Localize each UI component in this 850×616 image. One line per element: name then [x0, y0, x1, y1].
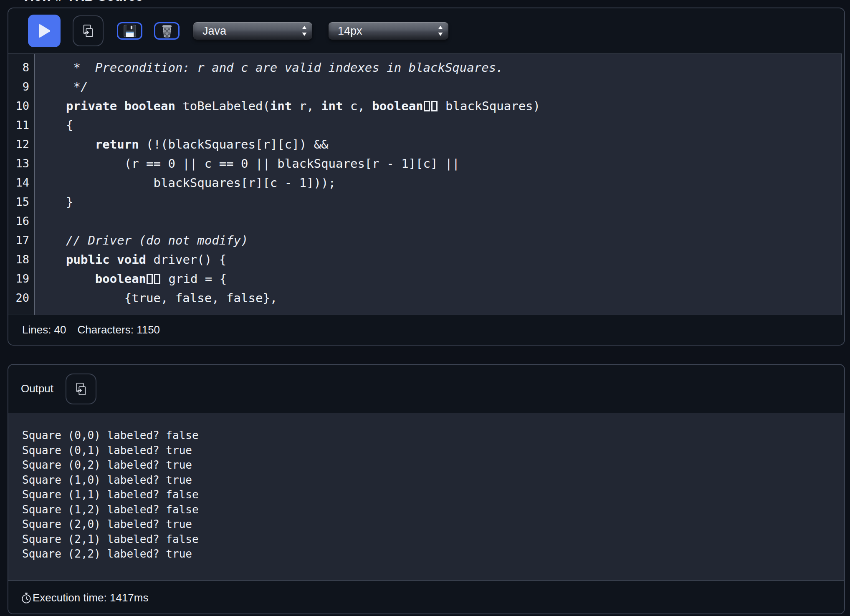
lines-count: Lines: 40 — [22, 323, 66, 336]
output-copy-button[interactable] — [66, 374, 96, 404]
output-line: Square (2,0) labeled? true — [22, 517, 844, 532]
line-number: 18 — [8, 250, 34, 269]
output-console: Square (0,0) labeled? falseSquare (0,1) … — [8, 413, 844, 580]
characters-count: Characters: 1150 — [78, 323, 160, 336]
output-line: Square (1,0) labeled? true — [22, 473, 844, 488]
output-line: Square (0,1) labeled? true — [22, 443, 844, 458]
output-panel: Output Square (0,0) labeled? falseSquare… — [8, 364, 845, 614]
line-number: 16 — [8, 212, 34, 231]
output-line: Square (1,2) labeled? false — [22, 502, 844, 518]
code-line: blackSquares[r][c - 1])); — [66, 173, 841, 192]
output-line: Square (1,1) labeled? false — [22, 487, 844, 502]
code-line: */ — [66, 77, 841, 96]
trash-icon — [161, 24, 173, 38]
line-number: 11 — [8, 116, 34, 135]
code-line: } — [66, 192, 841, 212]
language-select[interactable]: Java — [193, 22, 312, 40]
code-line: {true, false, false}, — [66, 288, 841, 308]
line-number: 9 — [8, 77, 34, 96]
font-size-select[interactable]: 14px — [329, 22, 448, 40]
code-line: // Driver (do not modify) — [66, 231, 841, 250]
missing-glyph-box-icon — [424, 101, 430, 111]
missing-glyph-box-icon — [154, 274, 160, 284]
code-line — [66, 212, 841, 231]
execution-time-row: Execution time: 1417ms — [8, 580, 844, 614]
clear-button[interactable] — [154, 22, 180, 40]
code-line: { — [66, 116, 841, 135]
line-number: 8 — [8, 58, 34, 77]
code-line: boolean grid = { — [66, 269, 841, 288]
editor-panel: Java 14px 891011121314151617181920 * Pre… — [8, 8, 845, 346]
select-arrows-icon — [438, 25, 443, 37]
stopwatch-icon — [21, 592, 33, 604]
copy-icon — [82, 24, 94, 38]
line-number: 12 — [8, 135, 34, 154]
code-line: private boolean toBeLabeled(int r, int c… — [66, 96, 841, 116]
line-number: 15 — [8, 192, 34, 212]
execution-time-text: Execution time: 1417ms — [33, 591, 148, 604]
line-number: 13 — [8, 154, 34, 173]
code-lines: * Precondition: r and c are valid indexe… — [35, 54, 841, 315]
selected-language: Java — [202, 25, 226, 38]
play-icon — [37, 23, 51, 39]
code-line: * Precondition: r and c are valid indexe… — [66, 58, 841, 77]
line-number: 19 — [8, 269, 34, 288]
selected-font-size: 14px — [338, 25, 362, 38]
missing-glyph-box-icon — [431, 101, 438, 111]
gutter: 891011121314151617181920 — [8, 54, 35, 315]
editor-stats-bar: Lines: 40 Characters: 1150 — [8, 315, 844, 345]
line-number: 17 — [8, 231, 34, 250]
code-line: return (!(blackSquares[r][c]) && — [66, 135, 841, 154]
line-number: 20 — [8, 288, 34, 308]
page-title: View # TRB Source — [22, 0, 143, 4]
output-line: Square (0,2) labeled? true — [22, 458, 844, 473]
save-button[interactable] — [117, 22, 142, 40]
line-number: 10 — [8, 96, 34, 116]
code-line: (r == 0 || c == 0 || blackSquares[r - 1]… — [66, 154, 841, 173]
code-editor[interactable]: 891011121314151617181920 * Precondition:… — [8, 53, 842, 315]
missing-glyph-box-icon — [147, 274, 153, 284]
output-title: Output — [21, 382, 53, 395]
output-header: Output — [8, 365, 844, 413]
editor-toolbar: Java 14px — [8, 8, 844, 53]
output-line: Square (2,1) labeled? false — [22, 532, 844, 547]
select-arrows-icon — [301, 25, 307, 37]
copy-icon — [75, 382, 87, 396]
copy-code-button[interactable] — [73, 15, 104, 46]
code-line: public void driver() { — [66, 250, 841, 269]
line-number: 14 — [8, 173, 34, 192]
output-line: Square (0,0) labeled? false — [22, 428, 844, 443]
floppy-disk-icon — [123, 24, 137, 38]
run-button[interactable] — [28, 15, 61, 47]
output-line: Square (2,2) labeled? true — [22, 547, 844, 562]
